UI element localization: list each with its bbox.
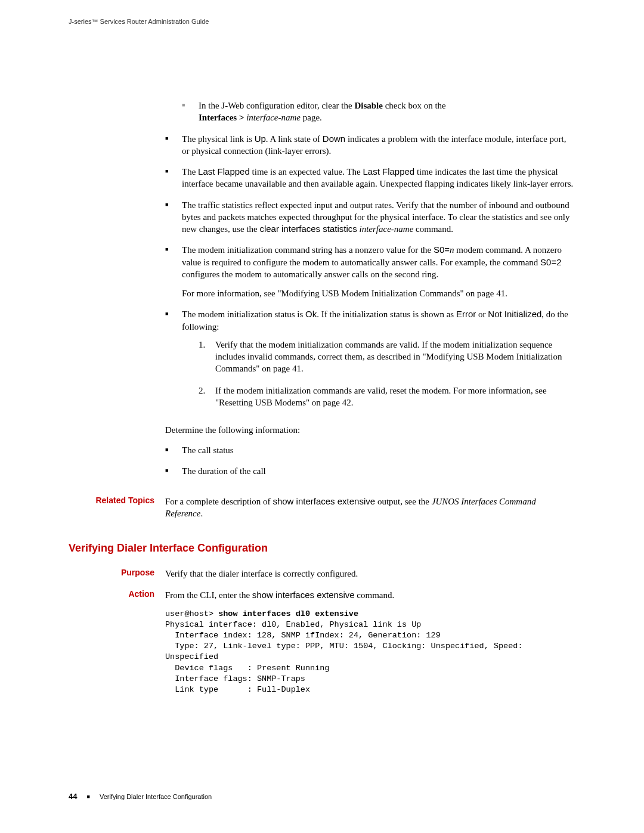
bullet-last-flapped: The Last Flapped time is an expected val… (165, 166, 575, 190)
footer-text: Verifying Dialer Interface Configuration (100, 793, 212, 800)
configuration-bullets: In the J-Web configuration editor, clear… (165, 100, 575, 408)
bullet-call-status: The call status (165, 444, 575, 456)
step-1: 1. Verify that the modem initialization … (199, 339, 575, 375)
text-fragment: For a complete description of (165, 497, 273, 506)
bullet-modem-init-status: The modem initialization status is Ok. I… (165, 308, 575, 408)
purpose-row: Purpose Verify that the dialer interface… (69, 568, 575, 580)
interfaces-word: Interfaces > (199, 113, 244, 122)
action-text: From the CLI, enter the show interfaces … (165, 589, 575, 601)
text-fragment: check box on the (383, 101, 446, 110)
text-fragment: command. (413, 224, 453, 234)
s02-word: S0=2 (540, 257, 561, 267)
modem-more-info: For more information, see "Modifying USB… (182, 287, 575, 299)
interface-name-italic: interface-name (244, 113, 301, 122)
related-topics-row: Related Topics For a complete descriptio… (69, 496, 575, 520)
text-fragment: In the J-Web configuration editor, clear… (199, 101, 354, 110)
step-2-text: If the modem initialization commands are… (215, 386, 547, 407)
cli-prompt: user@host> (165, 609, 218, 618)
step-1-text: Verify that the modem initialization com… (215, 340, 562, 374)
last-flapped-word2: Last Flapped (363, 166, 414, 176)
square-icon: ■ (86, 794, 89, 800)
show-interfaces-cmd2: show interfaces extensive (252, 590, 355, 600)
determine-text: Determine the following information: (165, 425, 575, 435)
page-footer: 44 ■ Verifying Dialer Interface Configur… (69, 792, 212, 801)
text-fragment: The modem initialization status is (182, 309, 305, 319)
determine-bullets: The call status The duration of the call (165, 444, 575, 478)
error-word: Error (456, 309, 476, 319)
cli-output: user@host> show interfaces dl0 extensive… (165, 609, 575, 696)
text-fragment: The physical link is (182, 134, 255, 144)
page-header-title: J-series™ Services Router Administration… (69, 18, 575, 25)
text-fragment: page. (301, 113, 322, 122)
text-fragment: . If the initialization status is shown … (317, 309, 456, 319)
not-init-word: Not Initialized (488, 309, 541, 319)
code-row: user@host> show interfaces dl0 extensive… (69, 605, 575, 696)
bullet-jweb: In the J-Web configuration editor, clear… (182, 100, 575, 124)
purpose-label: Purpose (69, 568, 165, 580)
text-fragment: command. (355, 590, 395, 600)
numbered-steps: 1. Verify that the modem initialization … (199, 339, 575, 408)
cli-body: Physical interface: dl0, Enabled, Physic… (165, 620, 523, 694)
up-word: Up (255, 134, 266, 144)
action-label: Action (69, 589, 165, 601)
text-fragment: . (200, 509, 203, 518)
related-topics-label: Related Topics (69, 496, 165, 520)
purpose-text: Verify that the dialer interface is corr… (165, 568, 575, 580)
text-fragment: The (182, 167, 198, 176)
bullet-traffic-stats: The traffic statistics reflect expected … (165, 199, 575, 236)
text-fragment: From the CLI, enter the (165, 590, 252, 600)
down-word: Down (323, 134, 345, 144)
disable-word: Disable (354, 101, 383, 110)
step-num-1: 1. (199, 339, 205, 351)
code-label-empty (69, 605, 165, 696)
s0-word: S0= (434, 244, 450, 255)
cli-command: show interfaces dl0 extensive (218, 609, 358, 618)
step-2: 2. If the modem initialization commands … (199, 385, 575, 409)
step-num-2: 2. (199, 385, 205, 397)
page-number: 44 (69, 792, 77, 801)
text-fragment: The modem initialization command string … (182, 245, 434, 255)
text-fragment: . A link state of (266, 134, 323, 144)
ok-word: Ok (305, 309, 317, 319)
text-fragment: or (476, 309, 488, 319)
action-row: Action From the CLI, enter the show inte… (69, 589, 575, 601)
section-heading-dialer: Verifying Dialer Interface Configuration (69, 542, 575, 555)
bullet-physical-link: The physical link is Up. A link state of… (165, 133, 575, 157)
last-flapped-word: Last Flapped (198, 166, 250, 176)
bullet-call-duration: The duration of the call (165, 465, 575, 477)
clear-stats-cmd: clear interfaces statistics (259, 224, 357, 234)
related-topics-text: For a complete description of show inter… (165, 496, 575, 520)
text-fragment: output, see the (375, 497, 432, 506)
text-fragment: time is an expected value. The (250, 167, 363, 176)
text-fragment: configures the modem to automatically an… (182, 270, 438, 279)
n-italic: n (450, 245, 454, 255)
interface-name-italic2: interface-name (357, 224, 414, 234)
bullet-modem-init-cmd: The modem initialization command string … (165, 244, 575, 299)
show-interfaces-cmd: show interfaces extensive (273, 496, 375, 506)
